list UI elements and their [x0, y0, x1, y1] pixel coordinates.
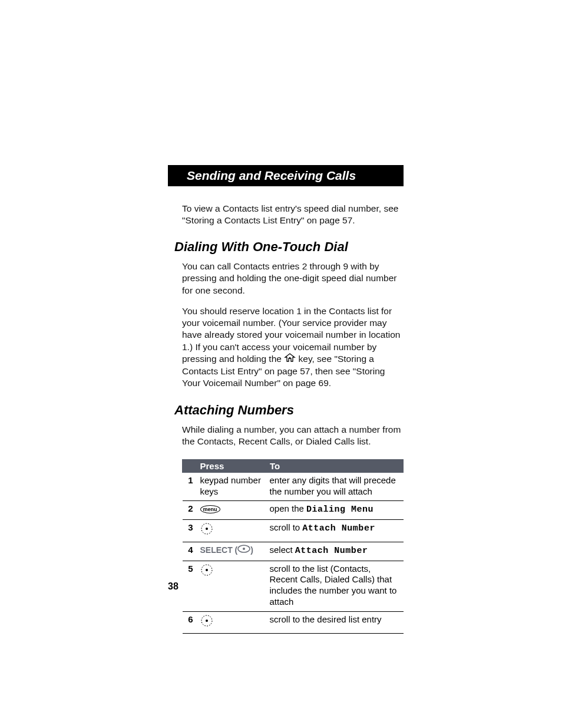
step-number: 6	[183, 611, 197, 634]
one-touch-block: You can call Contacts entries 2 through …	[182, 261, 404, 389]
steps-table: Press To 1 keypad number keys enter any …	[182, 459, 404, 634]
to-text: select	[270, 545, 295, 555]
table-row: 6 scroll to the desired list entry	[183, 611, 404, 634]
to-cell: scroll to Attach Number	[266, 520, 404, 542]
one-touch-p1: You can call Contacts entries 2 through …	[182, 261, 404, 296]
svg-point-2	[206, 528, 208, 530]
attach-p1: While dialing a number, you can attach a…	[182, 424, 404, 447]
svg-point-0	[289, 357, 290, 358]
select-key-icon	[237, 545, 250, 556]
press-cell	[197, 520, 266, 542]
svg-point-4	[243, 548, 245, 550]
svg-point-6	[206, 569, 208, 571]
select-paren-close: )	[250, 545, 253, 555]
manual-page: Sending and Receiving Calls To view a Co…	[0, 0, 562, 728]
to-cell: open the Dialing Menu	[266, 501, 404, 520]
step-number: 5	[183, 561, 197, 611]
to-cell: enter any digits that will precede the n…	[266, 472, 404, 501]
table-row: 3 scroll to Attach Number	[183, 520, 404, 542]
menu-key-icon: menu	[200, 505, 220, 513]
to-cell: scroll to the list (Contacts, Recent Cal…	[266, 561, 404, 611]
attach-block: While dialing a number, you can attach a…	[182, 424, 404, 634]
press-cell	[197, 561, 266, 611]
table-row: 1 keypad number keys enter any digits th…	[183, 472, 404, 501]
table-header-blank	[183, 459, 197, 472]
table-row: 5 scroll to the list (Contacts, Recent C…	[183, 561, 404, 611]
lcd-text: Attach Number	[302, 523, 375, 533]
to-text: open the	[270, 503, 307, 513]
step-number: 1	[183, 472, 197, 501]
nav-key-icon	[200, 564, 213, 579]
intro-paragraph: To view a Contacts list entry's speed di…	[182, 203, 404, 226]
intro-paragraph-block: To view a Contacts list entry's speed di…	[182, 203, 404, 226]
step-number: 4	[183, 542, 197, 561]
section-title-bar: Sending and Receiving Calls	[168, 165, 404, 186]
nav-key-icon	[200, 522, 213, 538]
step-number: 2	[183, 501, 197, 520]
select-label: SELECT	[200, 545, 233, 555]
one-touch-p2: You should reserve location 1 in the Con…	[182, 305, 404, 389]
lcd-text: Dialing Menu	[306, 505, 373, 515]
send-key-icon	[284, 353, 296, 365]
press-cell: keypad number keys	[197, 472, 266, 501]
nav-key-icon	[200, 614, 213, 630]
select-paren-open: (	[233, 545, 238, 555]
press-cell	[197, 611, 266, 634]
to-cell: scroll to the desired list entry	[266, 611, 404, 634]
table-header-to: To	[266, 459, 404, 472]
to-text: scroll to	[270, 522, 303, 532]
page-number: 38	[168, 581, 178, 592]
step-number: 3	[183, 520, 197, 542]
table-row: 4 SELECT () select Attach Number	[183, 542, 404, 561]
table-header-press: Press	[197, 459, 266, 472]
table-header-row: Press To	[183, 459, 404, 472]
heading-attach: Attaching Numbers	[174, 403, 562, 418]
press-cell: SELECT ()	[197, 542, 266, 561]
svg-point-8	[206, 620, 208, 622]
lcd-text: Attach Number	[295, 546, 368, 556]
section-title: Sending and Receiving Calls	[187, 169, 356, 182]
to-cell: select Attach Number	[266, 542, 404, 561]
heading-one-touch: Dialing With One-Touch Dial	[174, 239, 562, 255]
table-row: 2 menu open the Dialing Menu	[183, 501, 404, 520]
press-cell: menu	[197, 501, 266, 520]
